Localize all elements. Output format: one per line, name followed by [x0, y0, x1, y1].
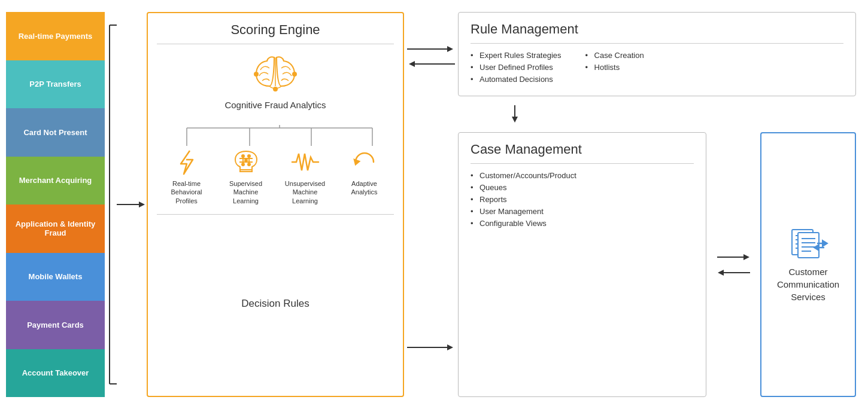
- sidebar-item-card-not-present[interactable]: Card Not Present: [6, 108, 105, 157]
- arrow-from-rule-mgmt: [407, 57, 455, 72]
- right-panels: Rule Management Expert Rules Strategies …: [458, 12, 856, 397]
- rule-item-case-creation: Case Creation: [585, 51, 644, 60]
- rule-item-user-defined: User Defined Profiles: [471, 63, 562, 72]
- sidebar: Real-time Payments P2P Transfers Card No…: [6, 12, 105, 397]
- rule-col-1: Expert Rules Strategies User Defined Pro…: [471, 51, 562, 87]
- arrow-to-rule-mgmt: [407, 42, 455, 57]
- sidebar-item-application-identity[interactable]: Application & Identity Fraud: [6, 204, 105, 253]
- tree-connector: [157, 125, 394, 146]
- svg-marker-27: [447, 46, 453, 52]
- arrow-right-to-comm: [717, 251, 750, 263]
- ml-item-supervised: SupervisedMachineLearning: [219, 149, 273, 205]
- waveform-icon: [290, 149, 320, 176]
- case-item-configurable: Configurable Views: [471, 219, 694, 228]
- case-item-queues: Queues: [471, 183, 694, 192]
- sidebar-item-real-time-payments[interactable]: Real-time Payments: [6, 12, 105, 60]
- case-list: Customer/Accounts/Product Queues Reports…: [471, 171, 694, 228]
- svg-point-21: [248, 155, 250, 157]
- sidebar-item-mobile-wallets[interactable]: Mobile Wallets: [6, 253, 105, 301]
- ml-label-unsupervised: UnsupervisedMachineLearning: [285, 179, 325, 205]
- scoring-engine-title: Scoring Engine: [157, 22, 394, 38]
- lightning-bolt-icon: [172, 149, 202, 176]
- down-arrow-container: [458, 105, 856, 123]
- svg-marker-4: [139, 202, 145, 207]
- ml-label-realtime: Real-timeBehavioralProfiles: [171, 179, 202, 205]
- case-management-content: Customer/Accounts/Product Queues Reports…: [471, 171, 694, 228]
- ml-icons-row: Real-timeBehavioralProfiles: [157, 149, 394, 205]
- case-management-box: Case Management Customer/Accounts/Produc…: [458, 132, 706, 397]
- ml-item-realtime: Real-timeBehavioralProfiles: [160, 149, 214, 205]
- down-arrow-svg: [506, 105, 524, 123]
- cognitive-section: Cognitive Fraud Analytics: [157, 53, 394, 116]
- case-comm-arrows: [715, 132, 751, 397]
- middle-arrows: [404, 12, 458, 397]
- svg-marker-33: [512, 117, 518, 123]
- rule-col-2: Case Creation Hotlists: [585, 51, 644, 87]
- svg-point-22: [242, 163, 244, 166]
- sidebar-item-merchant-acquiring[interactable]: Merchant Acquiring: [6, 157, 105, 205]
- rule-item-automated: Automated Decisions: [471, 75, 562, 84]
- case-management-title: Case Management: [471, 142, 694, 157]
- sidebar-connector: [105, 12, 147, 397]
- customer-comm-icon: [787, 227, 829, 260]
- decision-rules-title: Decision Rules: [241, 298, 309, 310]
- rule-list-1: Expert Rules Strategies User Defined Pro…: [471, 51, 562, 84]
- cognitive-fraud-title: Cognitive Fraud Analytics: [224, 100, 326, 110]
- svg-marker-35: [743, 254, 749, 260]
- arrow-left-from-comm: [717, 267, 750, 279]
- rule-management-content: Expert Rules Strategies User Defined Pro…: [471, 51, 843, 87]
- sidebar-item-payment-cards[interactable]: Payment Cards: [6, 301, 105, 349]
- svg-point-20: [242, 155, 244, 157]
- case-item-customer: Customer/Accounts/Product: [471, 171, 694, 180]
- rule-management-title: Rule Management: [471, 22, 843, 37]
- sidebar-arrow-svg: [105, 19, 147, 390]
- supervised-ml-icon: [231, 149, 261, 176]
- svg-marker-31: [447, 344, 453, 350]
- customer-comm-box: Customer Communication Services: [760, 132, 856, 397]
- svg-point-6: [254, 72, 258, 76]
- case-item-user-mgmt: User Management: [471, 207, 694, 216]
- customer-comm-title: Customer Communication Services: [770, 265, 846, 303]
- svg-marker-49: [823, 240, 827, 246]
- sidebar-item-account-takeover[interactable]: Account Takeover: [6, 349, 105, 398]
- bottom-row: Case Management Customer/Accounts/Produc…: [458, 132, 856, 397]
- svg-point-23: [248, 163, 250, 166]
- scoring-engine-divider: [157, 44, 394, 44]
- svg-marker-29: [409, 61, 415, 67]
- rule-item-expert: Expert Rules Strategies: [471, 51, 562, 60]
- circular-arrows-icon: [350, 149, 380, 176]
- decision-rules-section: Decision Rules: [157, 214, 394, 387]
- ml-item-adaptive: AdaptiveAnalytics: [338, 149, 391, 205]
- sidebar-item-p2p-transfers[interactable]: P2P Transfers: [6, 60, 105, 109]
- svg-marker-37: [718, 270, 724, 276]
- arrow-to-case-mgmt: [407, 340, 455, 355]
- rule-list-2: Case Creation Hotlists: [585, 51, 644, 72]
- svg-rect-43: [798, 233, 819, 258]
- rule-management-divider: [471, 43, 843, 44]
- ml-label-adaptive: AdaptiveAnalytics: [351, 179, 377, 197]
- ml-label-supervised: SupervisedMachineLearning: [229, 179, 262, 205]
- ml-item-unsupervised: UnsupervisedMachineLearning: [278, 149, 332, 205]
- svg-marker-25: [354, 160, 359, 164]
- svg-point-7: [293, 72, 296, 76]
- svg-point-8: [274, 87, 277, 91]
- rule-management-box: Rule Management Expert Rules Strategies …: [458, 12, 856, 96]
- brain-icon: [251, 53, 299, 95]
- case-management-divider: [471, 163, 694, 164]
- rule-item-hotlists: Hotlists: [585, 63, 644, 72]
- case-item-reports: Reports: [471, 195, 694, 204]
- main-container: Real-time Payments P2P Transfers Card No…: [0, 0, 868, 409]
- tree-svg: [157, 125, 394, 146]
- svg-point-24: [245, 159, 247, 161]
- scoring-engine-box: Scoring Engine: [147, 12, 404, 397]
